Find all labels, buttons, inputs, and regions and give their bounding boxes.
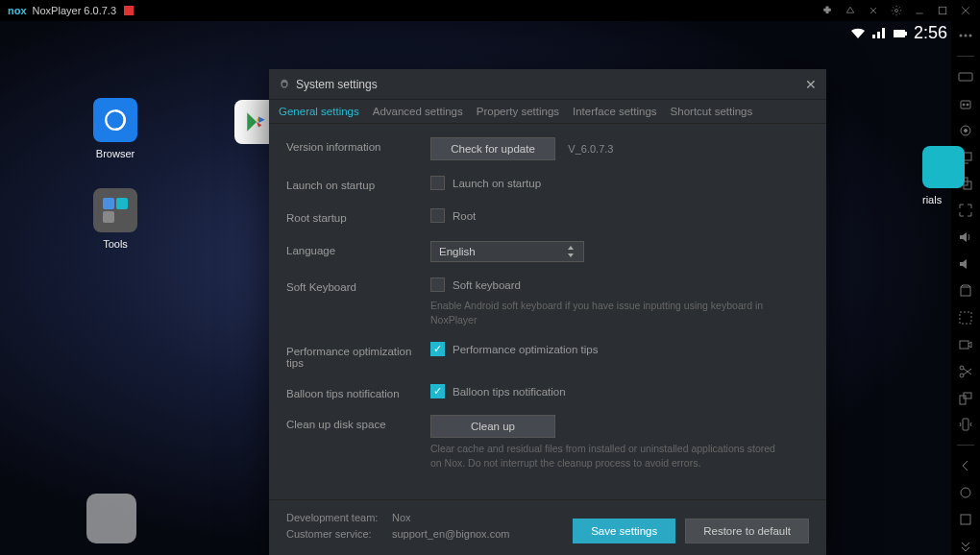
shake-icon[interactable] (957, 416, 974, 433)
android-desktop: 2:56 Browser Tools (0, 21, 951, 555)
svg-point-29 (961, 488, 970, 497)
svg-point-0 (895, 10, 898, 12)
fullscreen-icon[interactable] (957, 202, 974, 219)
perf-tips-cb-label: Performance optimization tips (453, 344, 598, 355)
side-toolbar (951, 21, 980, 555)
soft-keyboard-label: Soft Keyboard (286, 278, 430, 293)
balloon-tips-cb-label: Balloon tips notification (453, 386, 566, 398)
language-value: English (439, 246, 476, 257)
robot-icon[interactable] (957, 95, 974, 112)
svg-point-24 (960, 366, 964, 370)
svg-rect-6 (905, 32, 907, 36)
root-checkbox[interactable] (430, 208, 445, 223)
status-indicator-icon (124, 6, 134, 15)
svg-point-8 (960, 34, 963, 36)
app-logo: nox (8, 5, 27, 16)
screenshot-icon[interactable] (957, 309, 974, 326)
puzzle-icon[interactable] (821, 4, 834, 17)
partial-app-label: rials (922, 194, 951, 205)
chevron-updown-icon (566, 246, 576, 257)
dock (86, 494, 136, 543)
perf-tips-checkbox[interactable] (430, 342, 445, 356)
soft-keyboard-cb-label: Soft keyboard (453, 279, 521, 291)
clock: 2:56 (914, 23, 947, 43)
cs-label: Customer service: (286, 526, 392, 543)
balloon-tips-label: Balloon tips notification (286, 384, 430, 399)
settings-modal: System settings ✕ General settings Advan… (269, 69, 826, 555)
soft-keyboard-hint: Enable Android soft keyboard if you have… (430, 299, 776, 326)
volume-down-icon[interactable] (957, 255, 974, 273)
tab-advanced[interactable]: Advanced settings (373, 106, 463, 123)
cs-value: support_en@bignox.com (392, 528, 509, 540)
maximize-icon[interactable] (936, 4, 949, 17)
wifi-icon (850, 26, 866, 41)
partial-app-icon[interactable] (922, 146, 965, 188)
tab-property[interactable]: Property settings (477, 106, 559, 123)
collapse-icon[interactable] (957, 538, 974, 555)
cleanup-button[interactable]: Clean up (430, 415, 555, 438)
tab-interface[interactable]: Interface settings (573, 106, 657, 123)
tools-folder-icon[interactable]: Tools (86, 188, 144, 250)
root-startup-label: Root startup (286, 208, 430, 224)
svg-rect-30 (961, 515, 970, 524)
title-bar: nox NoxPlayer 6.0.7.3 (0, 0, 980, 21)
check-update-button[interactable]: Check for update (430, 137, 555, 160)
keyboard-icon[interactable] (957, 68, 974, 85)
svg-point-13 (963, 104, 965, 106)
volume-up-icon[interactable] (957, 229, 974, 246)
svg-rect-26 (960, 396, 966, 404)
restore-default-button[interactable]: Restore to default (685, 519, 809, 543)
language-select[interactable]: English (430, 241, 584, 262)
more-icon[interactable] (957, 27, 974, 44)
svg-rect-11 (959, 73, 972, 81)
perf-tips-label: Performance optimization tips (286, 342, 430, 369)
launch-startup-checkbox[interactable] (430, 176, 445, 190)
soft-keyboard-checkbox[interactable] (430, 278, 445, 292)
pin-icon[interactable] (867, 4, 880, 17)
minimize-icon[interactable] (913, 4, 926, 17)
gear-icon (279, 79, 290, 90)
close-icon[interactable]: ✕ (805, 77, 817, 92)
location-icon[interactable] (957, 122, 974, 139)
rotate-icon[interactable] (957, 390, 974, 407)
svg-point-9 (965, 34, 968, 36)
version-label: Version information (286, 137, 430, 153)
signal-icon (871, 26, 887, 41)
dev-team-label: Development team: (286, 510, 392, 527)
launch-startup-label: Launch on startup (286, 176, 430, 191)
apk-icon[interactable] (957, 282, 974, 300)
launch-startup-cb-label: Launch on startup (453, 178, 541, 189)
close-window-icon[interactable] (959, 4, 972, 17)
language-label: Language (286, 241, 430, 256)
save-settings-button[interactable]: Save settings (573, 519, 675, 543)
cleanup-label: Clean up disk space (286, 415, 430, 430)
svg-point-14 (967, 104, 968, 106)
svg-point-16 (965, 129, 968, 132)
svg-rect-2 (939, 7, 946, 14)
home-nav-icon[interactable] (957, 484, 974, 501)
svg-point-10 (969, 34, 972, 36)
svg-rect-21 (961, 287, 970, 296)
browser-app-icon[interactable]: Browser (86, 98, 144, 159)
svg-rect-22 (960, 312, 971, 324)
modal-title: System settings (296, 78, 805, 91)
svg-rect-28 (963, 419, 968, 430)
back-nav-icon[interactable] (957, 457, 974, 474)
root-cb-label: Root (453, 210, 476, 222)
tab-general[interactable]: General settings (279, 106, 359, 123)
svg-rect-5 (894, 30, 905, 37)
tab-shortcut[interactable]: Shortcut settings (671, 106, 753, 123)
dev-team-value: Nox (392, 512, 411, 523)
recent-nav-icon[interactable] (957, 511, 974, 528)
settings-icon[interactable] (890, 4, 903, 17)
theme-icon[interactable] (844, 4, 857, 17)
dock-item-1[interactable] (86, 494, 136, 543)
browser-label: Browser (86, 148, 144, 159)
battery-icon (893, 26, 908, 41)
record-icon[interactable] (957, 336, 974, 353)
tools-label: Tools (86, 238, 144, 250)
balloon-tips-checkbox[interactable] (430, 384, 445, 398)
svg-point-25 (960, 374, 964, 377)
settings-tabs: General settings Advanced settings Prope… (269, 100, 826, 124)
scissors-icon[interactable] (957, 363, 974, 380)
